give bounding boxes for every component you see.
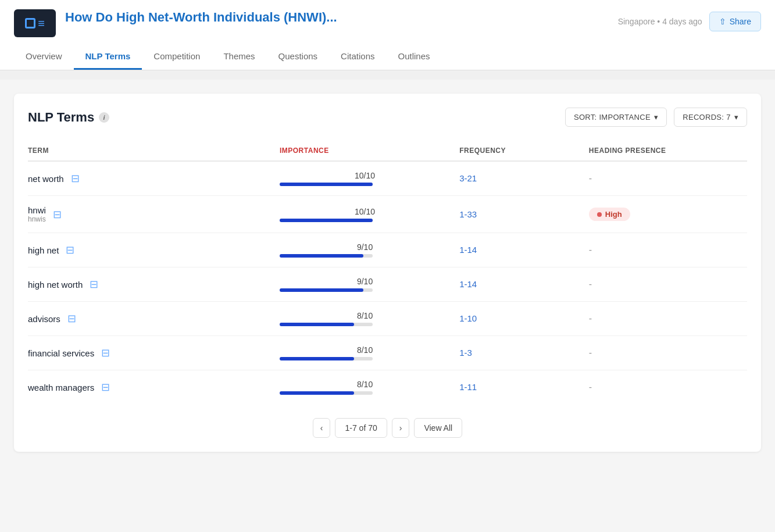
importance-bar-fill xyxy=(280,254,363,258)
table-row: wealth managers ⊟ 8/10 1-11- xyxy=(28,370,747,405)
term-names: wealth managers xyxy=(28,383,94,392)
importance-bar-fill xyxy=(280,323,354,326)
table-body: net worth ⊟ 10/10 3-21- hnwi hnwis ⊟ xyxy=(28,161,747,404)
high-badge: High xyxy=(589,208,630,221)
prev-page-button[interactable]: ‹ xyxy=(313,418,331,438)
dash: - xyxy=(589,279,592,289)
frequency-value: 3-21 xyxy=(459,173,477,183)
importance-score: 10/10 xyxy=(280,171,450,180)
chat-icon[interactable]: ⊟ xyxy=(71,172,80,185)
chat-icon[interactable]: ⊟ xyxy=(101,347,110,359)
meta-location-time: Singapore • 4 days ago xyxy=(618,17,702,26)
term-cell: hnwi hnwis ⊟ xyxy=(28,205,270,223)
table-header: TERM IMPORTANCE FREQUENCY HEADING PRESEN… xyxy=(28,141,747,161)
importance-bar-bg xyxy=(280,219,373,222)
chat-icon[interactable]: ⊟ xyxy=(66,244,74,256)
importance-cell: 8/10 xyxy=(280,311,450,326)
tab-questions[interactable]: Questions xyxy=(267,44,330,70)
card-title: NLP Terms i xyxy=(28,110,109,125)
nlp-terms-card: NLP Terms i SORT: IMPORTANCE ▾ RECORDS: … xyxy=(14,94,761,452)
info-icon[interactable]: i xyxy=(99,112,109,123)
nlp-terms-table: TERM IMPORTANCE FREQUENCY HEADING PRESEN… xyxy=(28,141,747,404)
card-header: NLP Terms i SORT: IMPORTANCE ▾ RECORDS: … xyxy=(28,108,747,127)
chevron-down-icon: ▾ xyxy=(654,113,658,122)
table-row: high net worth ⊟ 9/10 1-14- xyxy=(28,267,747,302)
card-controls: SORT: IMPORTANCE ▾ RECORDS: 7 ▾ xyxy=(565,108,747,127)
term-alias: hnwis xyxy=(28,215,46,223)
importance-score: 8/10 xyxy=(280,345,450,355)
heading-presence-cell: - xyxy=(589,233,747,267)
col-term: TERM xyxy=(28,141,280,161)
frequency-value: 1-11 xyxy=(459,382,477,392)
importance-bar-bg xyxy=(280,183,373,186)
table-row: hnwi hnwis ⊟ 10/10 1-33High xyxy=(28,196,747,233)
importance-cell: 10/10 xyxy=(280,207,450,222)
term-name: high net worth xyxy=(28,280,83,290)
chat-icon[interactable]: ⊟ xyxy=(101,381,110,394)
chat-icon[interactable]: ⊟ xyxy=(53,208,62,221)
view-all-button[interactable]: View All xyxy=(414,418,462,438)
pagination: ‹ 1-7 of 70 › View All xyxy=(28,418,747,438)
term-cell: high net worth ⊟ xyxy=(28,278,270,291)
term-cell: wealth managers ⊟ xyxy=(28,381,270,394)
table-row: advisors ⊟ 8/10 1-10- xyxy=(28,302,747,336)
importance-score: 9/10 xyxy=(280,277,450,286)
term-name: financial services xyxy=(28,348,94,358)
page-header: ≡ How Do High Net-Worth Individuals (HNW… xyxy=(0,0,775,70)
term-names: advisors xyxy=(28,314,60,324)
term-names: high net worth xyxy=(28,280,83,290)
page-title: How Do High Net-Worth Individuals (HNWI)… xyxy=(65,9,337,26)
importance-bar-fill xyxy=(280,391,354,395)
term-names: hnwi hnwis xyxy=(28,205,46,223)
importance-cell: 9/10 xyxy=(280,277,450,292)
heading-presence-cell: - xyxy=(589,336,747,370)
tab-competition[interactable]: Competition xyxy=(142,44,212,70)
term-cell: financial services ⊟ xyxy=(28,347,270,359)
records-button[interactable]: RECORDS: 7 ▾ xyxy=(674,108,747,127)
dash: - xyxy=(589,313,592,323)
tab-outlines[interactable]: Outlines xyxy=(386,44,441,70)
tab-citations[interactable]: Citations xyxy=(329,44,386,70)
chat-icon[interactable]: ⊟ xyxy=(67,312,76,325)
importance-bar-bg xyxy=(280,357,373,360)
importance-bar-bg xyxy=(280,323,373,326)
term-names: high net xyxy=(28,245,59,255)
term-name: net worth xyxy=(28,174,64,184)
high-dot xyxy=(597,212,602,217)
heading-presence-cell: - xyxy=(589,370,747,405)
frequency-value: 1-14 xyxy=(459,245,477,255)
term-name: high net xyxy=(28,245,59,255)
term-name: wealth managers xyxy=(28,383,94,392)
importance-score: 8/10 xyxy=(280,380,450,389)
importance-bar-bg xyxy=(280,288,373,292)
tab-nlp-terms[interactable]: NLP Terms xyxy=(74,44,142,70)
sort-button[interactable]: SORT: IMPORTANCE ▾ xyxy=(565,108,667,127)
importance-score: 10/10 xyxy=(280,207,450,216)
col-frequency: FREQUENCY xyxy=(459,141,589,161)
next-page-button[interactable]: › xyxy=(392,418,410,438)
importance-cell: 8/10 xyxy=(280,345,450,360)
heading-presence-cell: - xyxy=(589,161,747,196)
dash: - xyxy=(589,382,592,392)
term-names: net worth xyxy=(28,174,64,184)
importance-bar-fill xyxy=(280,357,354,360)
tab-overview[interactable]: Overview xyxy=(14,44,74,70)
divider xyxy=(0,70,775,80)
term-cell: advisors ⊟ xyxy=(28,312,270,325)
importance-score: 8/10 xyxy=(280,311,450,320)
share-icon: ⇧ xyxy=(719,17,726,26)
importance-cell: 8/10 xyxy=(280,380,450,395)
tab-themes[interactable]: Themes xyxy=(212,44,266,70)
dash: - xyxy=(589,348,592,358)
importance-bar-bg xyxy=(280,254,373,258)
table-row: high net ⊟ 9/10 1-14- xyxy=(28,233,747,267)
table-row: net worth ⊟ 10/10 3-21- xyxy=(28,161,747,196)
main-content: NLP Terms i SORT: IMPORTANCE ▾ RECORDS: … xyxy=(0,80,775,466)
share-button[interactable]: ⇧ Share xyxy=(709,12,761,31)
heading-presence-cell: High xyxy=(589,196,747,233)
importance-bar-fill xyxy=(280,288,363,292)
heading-presence-cell: - xyxy=(589,267,747,302)
importance-bar-fill xyxy=(280,183,373,186)
chat-icon[interactable]: ⊟ xyxy=(90,278,98,291)
header-top: ≡ How Do High Net-Worth Individuals (HNW… xyxy=(14,9,761,37)
